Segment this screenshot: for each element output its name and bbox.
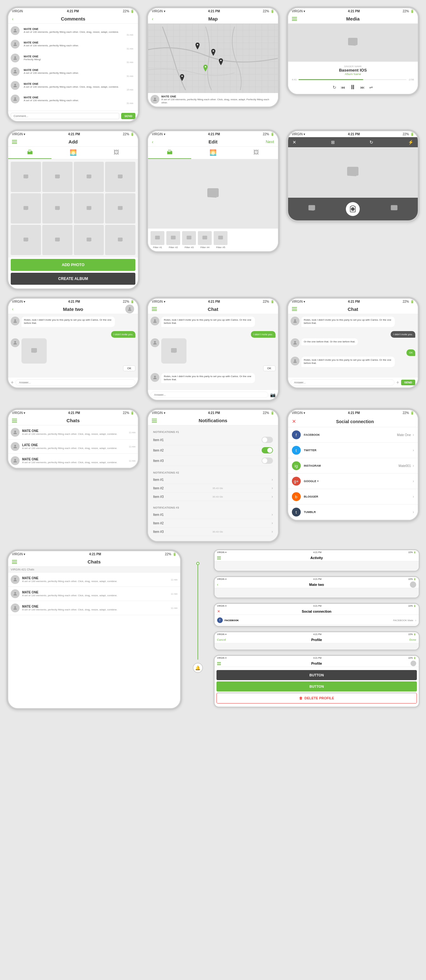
photo-thumb[interactable] bbox=[105, 193, 136, 224]
hamburger-menu[interactable] bbox=[12, 419, 17, 423]
social-google[interactable]: g+ GOOGLE + › bbox=[288, 474, 418, 489]
photo-thumb[interactable] bbox=[42, 225, 73, 255]
progress-track[interactable] bbox=[298, 79, 407, 80]
social-twitter[interactable]: t TWITTER › bbox=[288, 443, 418, 458]
settings-gear-button[interactable]: ⚙ bbox=[139, 441, 140, 452]
comment-input[interactable] bbox=[11, 113, 119, 119]
notif-item[interactable]: Item #1 › bbox=[153, 511, 273, 519]
map-pin-2[interactable] bbox=[211, 49, 216, 56]
filter-2[interactable]: Filter #2 bbox=[166, 231, 180, 249]
chat-list-item[interactable]: LATE ONE A set of 130 elements, perfectl… bbox=[8, 439, 138, 454]
tab-image[interactable]: 🖼 bbox=[235, 146, 278, 159]
delete-profile-button[interactable]: 🗑 DELETE PROFILE bbox=[217, 693, 417, 703]
camera-icon[interactable]: 📷 bbox=[270, 392, 276, 397]
hamburger-icon[interactable] bbox=[217, 557, 221, 559]
social-blogger[interactable]: b BLOGGER › bbox=[288, 489, 418, 504]
notif-item[interactable]: Item #2 › bbox=[153, 519, 273, 528]
close-icon[interactable]: ✕ bbox=[217, 609, 220, 614]
answer-input[interactable] bbox=[16, 379, 136, 386]
filter-4[interactable]: Filter #4 bbox=[198, 231, 212, 249]
social-facebook[interactable]: f FACEBOOK Mate One › bbox=[288, 427, 418, 443]
back-button[interactable]: ‹ bbox=[217, 582, 219, 587]
photo-thumb[interactable] bbox=[105, 225, 136, 255]
map-area[interactable] bbox=[148, 24, 278, 93]
back-button[interactable]: ‹ bbox=[12, 16, 14, 21]
button-2[interactable]: BUTTON bbox=[217, 681, 417, 692]
shuffle-button[interactable]: ⇌ bbox=[369, 85, 373, 90]
close-icon[interactable]: ✕ bbox=[292, 140, 296, 145]
hamburger-menu[interactable] bbox=[292, 17, 297, 21]
map-pin-4-active[interactable] bbox=[203, 65, 208, 72]
social-facebook-mini[interactable]: f FACEBOOK FACEBOOK Mate › bbox=[215, 615, 419, 626]
shutter-button[interactable] bbox=[346, 202, 360, 216]
answer-input[interactable] bbox=[150, 391, 268, 398]
close-button[interactable]: ✕ bbox=[292, 418, 296, 425]
chat-list-item[interactable]: MATE ONE A set of 130 elements, perfectl… bbox=[8, 454, 138, 468]
photo-thumb[interactable] bbox=[42, 193, 73, 224]
rotate-icon[interactable]: ↻ bbox=[370, 140, 373, 145]
cancel-button[interactable]: Cancel bbox=[217, 638, 226, 641]
map-pin-3[interactable] bbox=[218, 58, 224, 65]
hamburger-menu[interactable] bbox=[12, 560, 17, 564]
map-pin-5[interactable] bbox=[179, 74, 185, 81]
notif-item[interactable]: Item #2 35.43 Gb › bbox=[153, 484, 273, 493]
hamburger-menu[interactable] bbox=[152, 419, 157, 423]
photo-thumb[interactable] bbox=[74, 193, 104, 224]
back-button[interactable]: ‹ bbox=[152, 139, 153, 145]
grid-icon[interactable]: ⊞ bbox=[331, 140, 335, 145]
plus-icon[interactable]: + bbox=[11, 380, 14, 385]
ok-button[interactable]: OK bbox=[123, 366, 136, 371]
flash-icon[interactable]: ⚡ bbox=[408, 140, 413, 145]
gallery-button[interactable] bbox=[307, 204, 316, 215]
map-pin-1[interactable] bbox=[195, 43, 200, 49]
filter-5[interactable]: Filter #5 bbox=[214, 231, 228, 249]
chat-list-item[interactable]: MATE ONE A set of 130 elements, perfectl… bbox=[8, 573, 180, 587]
tab-landscape[interactable]: 🏔 bbox=[148, 146, 191, 159]
create-album-button[interactable]: CREATE ALBUM bbox=[11, 273, 136, 285]
filter-1[interactable]: Filter #1 bbox=[150, 231, 164, 249]
tab-photo[interactable]: 🌅 bbox=[191, 146, 235, 159]
photo-thumb[interactable] bbox=[105, 162, 136, 192]
pause-button[interactable]: ⏸ bbox=[349, 84, 356, 91]
filter-3[interactable]: Filter #3 bbox=[182, 231, 196, 249]
toggle-3[interactable] bbox=[262, 458, 273, 464]
photo-thumb[interactable] bbox=[74, 162, 104, 192]
hamburger-icon[interactable] bbox=[217, 662, 221, 665]
tab-landscape[interactable]: 🏔 bbox=[8, 146, 51, 159]
next-button[interactable]: Next bbox=[266, 139, 274, 144]
toggle-2[interactable] bbox=[262, 447, 273, 453]
tab-image[interactable]: 🖼 bbox=[95, 146, 138, 159]
plus-icon[interactable]: + bbox=[396, 380, 399, 385]
toggle-1[interactable] bbox=[262, 437, 273, 443]
chat-list-item[interactable]: MATE ONE A set of 130 elements, perfectl… bbox=[8, 587, 180, 601]
back-button[interactable]: ‹ bbox=[152, 16, 153, 21]
hamburger-menu[interactable] bbox=[152, 307, 157, 311]
photo-thumb[interactable] bbox=[11, 225, 41, 255]
social-tumblr[interactable]: t TUMBLR › bbox=[288, 504, 418, 520]
add-photo-button[interactable]: ADD PHOTO bbox=[11, 259, 136, 271]
photo-thumb[interactable] bbox=[74, 225, 104, 255]
hamburger-menu[interactable] bbox=[12, 140, 17, 144]
ok-button[interactable]: OK bbox=[263, 366, 276, 371]
button-1[interactable]: BUTTON bbox=[217, 670, 417, 680]
tab-photo[interactable]: 🌅 bbox=[51, 146, 95, 159]
hamburger-menu[interactable] bbox=[292, 307, 297, 311]
notif-item[interactable]: Item #3 30.43 Gb › bbox=[153, 528, 273, 536]
back-button[interactable]: ‹ bbox=[12, 307, 14, 312]
send-button[interactable]: SEND bbox=[401, 380, 415, 385]
notif-item[interactable]: Item #1 › bbox=[153, 476, 273, 484]
chat-list-item[interactable]: MATE ONE A set of 130 elements, perfectl… bbox=[8, 425, 138, 439]
repeat-button[interactable]: ↻ bbox=[333, 85, 337, 90]
notif-item[interactable]: Item #3 30.43 Gb › bbox=[153, 493, 273, 501]
done-button[interactable]: Done bbox=[409, 638, 416, 641]
answer-input[interactable] bbox=[290, 379, 394, 386]
photo-thumb[interactable] bbox=[11, 162, 41, 192]
next-button[interactable]: ⏭ bbox=[361, 85, 365, 90]
photo-thumb[interactable] bbox=[42, 162, 73, 192]
send-button[interactable]: SEND bbox=[121, 113, 136, 119]
flip-camera-button[interactable] bbox=[390, 204, 399, 215]
chat-list-item[interactable]: MATE ONE A set of 130 elements, perfectl… bbox=[8, 601, 180, 615]
social-instagram[interactable]: ig INSTAGRAM Mate001 › bbox=[288, 458, 418, 474]
photo-thumb[interactable] bbox=[11, 193, 41, 224]
prev-button[interactable]: ⏮ bbox=[341, 85, 345, 90]
